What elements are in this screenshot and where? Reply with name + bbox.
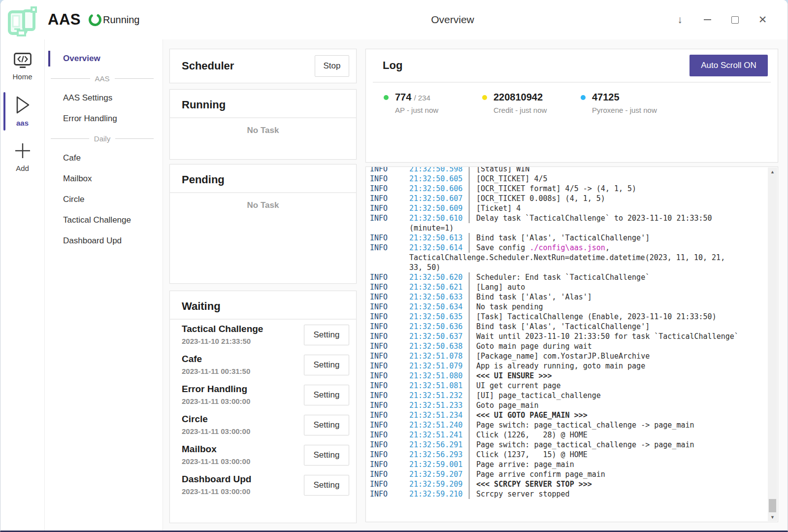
log-level: INFO xyxy=(370,450,409,460)
scheduler-card: Scheduler Stop xyxy=(169,49,357,83)
pending-empty-text: No Task xyxy=(170,200,356,210)
log-message: (minute=1) xyxy=(409,223,454,233)
log-message: [OCR_TICKET format] 4/5 -> (4, 1, 5) xyxy=(469,184,636,194)
waiting-task-list: Tactical Challenge2023-11-10 21:33:50Set… xyxy=(170,320,356,500)
rail-item-aas[interactable]: aas xyxy=(0,91,44,132)
rail-item-label: Home xyxy=(12,72,32,81)
log-viewport[interactable]: INFO21:32:50.598[Status] WININFO21:32:50… xyxy=(370,167,767,522)
rail-item-home[interactable]: Home xyxy=(0,48,44,86)
auto-scroll-button[interactable]: Auto Scroll ON xyxy=(690,55,768,76)
scroll-down-icon[interactable]: ▼ xyxy=(768,513,777,521)
log-row: INFO21:32:50.635[Task] TacticalChallenge… xyxy=(370,312,767,322)
stat-dot-icon xyxy=(384,95,389,100)
log-message: <<< UI GOTO PAGE_MAIN >>> xyxy=(469,410,588,420)
log-timestamp: 21:32:51.081 xyxy=(409,381,462,391)
log-row: INFO21:32:59.210Scrcpy server stopped xyxy=(370,489,767,499)
nav-group-label-daily: Daily xyxy=(45,129,163,148)
log-row: INFO21:32:56.291Page switch: page_tactic… xyxy=(370,440,767,450)
play-icon xyxy=(14,95,32,115)
log-level: INFO xyxy=(370,400,409,410)
log-row: INFO21:32:51.233Goto page_main xyxy=(370,400,767,410)
log-row: 33, 50) xyxy=(370,263,767,272)
setting-button-cafe[interactable]: Setting xyxy=(304,355,349,375)
scroll-up-icon[interactable]: ▲ xyxy=(768,167,777,176)
nav-item-cafe[interactable]: Cafe xyxy=(45,148,163,168)
log-level: INFO xyxy=(370,213,409,223)
nav-item-overview[interactable]: Overview xyxy=(45,48,163,69)
rail-item-label: Add xyxy=(16,164,29,172)
scrollbar-thumb[interactable] xyxy=(769,499,776,512)
nav-item-circle[interactable]: Circle xyxy=(45,189,163,210)
log-timestamp: 21:32:59.210 xyxy=(409,489,462,499)
task-next-run-time: 2023-11-11 03:00:00 xyxy=(182,457,250,466)
log-level: INFO xyxy=(370,371,409,381)
task-next-run-time: 2023-11-11 03:00:00 xyxy=(182,397,250,405)
log-level: INFO xyxy=(370,282,409,292)
stat-ap: 774/ 234AP - just now xyxy=(384,92,482,114)
setting-button-mailbox[interactable]: Setting xyxy=(304,445,349,466)
log-row: INFO21:32:50.634No task pending xyxy=(370,302,767,312)
log-level: INFO xyxy=(370,381,409,391)
log-message: [Task] TacticalChallenge (Enable, 2023-1… xyxy=(469,312,717,322)
log-message: App is already running, goto main page xyxy=(469,361,645,371)
nav-item-aas-settings[interactable]: AAS Settings xyxy=(45,88,163,108)
log-scrollbar[interactable]: ▲ ▼ xyxy=(768,167,777,521)
stop-button[interactable]: Stop xyxy=(315,55,349,77)
nav-item-dashboard-upd[interactable]: Dashboard Upd xyxy=(45,231,163,251)
nav-item-error-handling[interactable]: Error Handling xyxy=(45,108,163,129)
setting-button-error-handling[interactable]: Setting xyxy=(304,385,349,405)
minimize-icon[interactable] xyxy=(699,10,716,30)
log-timestamp: 21:32:50.637 xyxy=(409,332,462,341)
setting-button-tactical-challenge[interactable]: Setting xyxy=(304,325,349,345)
log-message: Save config ./config\aas.json, xyxy=(469,243,610,253)
log-level: INFO xyxy=(370,312,409,322)
plus-icon xyxy=(13,141,33,161)
nav-item-tactical-challenge[interactable]: Tactical Challenge xyxy=(45,210,163,231)
log-message: UI get current page xyxy=(469,381,561,391)
log-row: INFO21:32:50.598[Status] WIN xyxy=(370,167,767,174)
waiting-task-row-cafe: Cafe2023-11-11 00:31:50Setting xyxy=(170,350,356,380)
log-message: Scheduler: End task `TacticalChallenge` xyxy=(469,272,650,282)
log-output-card: INFO21:32:50.598[Status] WININFO21:32:50… xyxy=(365,166,778,522)
log-message: <<< UI ENSURE >>> xyxy=(469,371,552,381)
log-timestamp: 21:32:51.080 xyxy=(409,371,462,381)
log-message: Delay task `TacticalChallenge` to 2023-1… xyxy=(469,213,712,223)
nav-item-mailbox[interactable]: Mailbox xyxy=(45,168,163,189)
log-message: Goto page_main xyxy=(469,400,538,410)
log-row: INFO21:32:50.636Bind task ['Alas', 'Tact… xyxy=(370,322,767,332)
log-level: INFO xyxy=(370,361,409,371)
rail-item-add[interactable]: Add xyxy=(0,137,44,177)
minimize-to-tray-icon[interactable]: ↓ xyxy=(672,10,688,30)
log-message: 33, 50) xyxy=(409,263,440,272)
task-name: Circle xyxy=(182,414,250,425)
log-message: Bind task ['Alas', 'TacticalChallenge'] xyxy=(469,233,650,243)
log-row: INFO21:32:51.080<<< UI ENSURE >>> xyxy=(370,371,767,381)
log-message: [Ticket] 4 xyxy=(469,203,521,213)
log-row: INFO21:32:50.613Bind task ['Alas', 'Tact… xyxy=(370,233,767,243)
main-content: Scheduler Stop Running No Task Pending N… xyxy=(163,39,788,531)
log-message: TacticalChallenge.Scheduler.NextRun=date… xyxy=(409,253,725,263)
log-row: INFO21:32:50.609[Ticket] 4 xyxy=(370,203,767,213)
close-icon[interactable]: ✕ xyxy=(755,10,771,30)
nav-group-label-aas: AAS xyxy=(45,69,163,88)
log-message: [OCR_TICKET 0.008s] (4, 1, 5) xyxy=(469,194,605,203)
log-level: INFO xyxy=(370,243,409,253)
stat-value: 774/ 234 xyxy=(395,92,438,103)
log-level: INFO xyxy=(370,332,409,341)
log-message: Page switch: page_tactical_challenge -> … xyxy=(469,440,694,450)
stat-value: 220810942 xyxy=(493,92,547,103)
log-timestamp: 21:32:50.598 xyxy=(409,167,462,174)
stat-label: Credit - just now xyxy=(493,106,547,114)
log-level: INFO xyxy=(370,430,409,440)
maximize-icon[interactable] xyxy=(727,10,743,30)
setting-button-circle[interactable]: Setting xyxy=(304,415,349,435)
log-level: INFO xyxy=(370,302,409,312)
waiting-task-row-circle: Circle2023-11-11 03:00:00Setting xyxy=(170,410,356,440)
pending-card: Pending No Task xyxy=(169,164,357,284)
log-timestamp: 21:32:51.233 xyxy=(409,400,462,410)
log-message: Bind task ['Alas', 'TacticalChallenge'] xyxy=(469,322,650,332)
stat-pyroxene: 47125Pyroxene - just now xyxy=(581,92,679,114)
setting-button-dashboard-upd[interactable]: Setting xyxy=(304,475,349,496)
log-timestamp: 21:32:50.614 xyxy=(409,243,462,253)
log-message: Scrcpy server stopped xyxy=(469,489,570,499)
